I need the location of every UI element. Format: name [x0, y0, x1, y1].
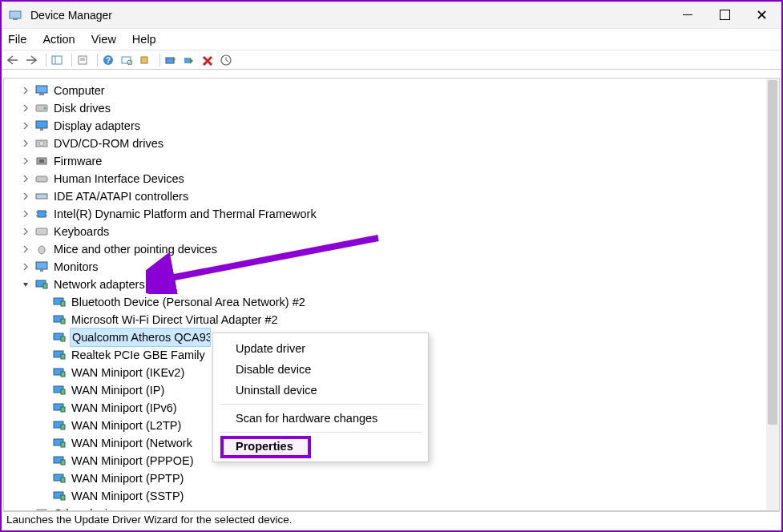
chevron-right-icon[interactable]	[20, 138, 31, 149]
tree-row[interactable]: Keyboards	[10, 223, 779, 240]
disk-icon	[34, 102, 49, 115]
chevron-right-icon[interactable]	[20, 226, 31, 237]
tree-row-label: WAN Miniport (IP)	[71, 381, 164, 399]
back-button[interactable]	[5, 53, 21, 67]
svg-rect-20	[40, 128, 43, 131]
tree-row[interactable]: Bluetooth Device (Personal Area Network)…	[10, 293, 779, 311]
net-icon	[34, 278, 49, 291]
context-menu-item[interactable]: Update driver	[213, 338, 428, 359]
chevron-right-icon[interactable]	[20, 261, 31, 272]
toolbar-sep	[67, 54, 72, 66]
chevron-right-icon[interactable]	[20, 244, 31, 255]
tree-row[interactable]: WAN Miniport (PPTP)	[10, 470, 779, 487]
mouse-icon	[34, 243, 49, 256]
minimize-button[interactable]	[669, 2, 706, 29]
chevron-right-icon[interactable]	[20, 508, 31, 510]
chevron-right-icon[interactable]	[20, 191, 31, 202]
net-icon	[52, 366, 67, 379]
tree-row[interactable]: Computer	[10, 82, 779, 99]
other-icon: !	[34, 507, 49, 510]
tree-row[interactable]: Monitors	[10, 258, 779, 276]
statusbar: Launches the Update Driver Wizard for th…	[3, 511, 780, 529]
chevron-right-icon[interactable]	[20, 103, 31, 114]
menu-action[interactable]: Action	[42, 33, 75, 46]
svg-rect-62	[37, 510, 46, 510]
update-driver-button[interactable]	[163, 53, 179, 67]
maximize-button[interactable]	[706, 2, 743, 29]
svg-rect-12	[166, 58, 174, 63]
tree-row-label: WAN Miniport (PPTP)	[71, 470, 184, 487]
net-icon	[52, 454, 67, 467]
hid-icon	[34, 172, 49, 185]
help-button[interactable]: ?	[100, 53, 116, 67]
scan-button[interactable]	[218, 53, 234, 67]
tree-row[interactable]: IDE ATA/ATAPI controllers	[10, 187, 779, 205]
display-icon	[34, 119, 49, 132]
scrollbar-thumb[interactable]	[768, 80, 777, 425]
svg-point-33	[38, 246, 45, 254]
menu-view[interactable]: View	[91, 33, 116, 46]
tree-row[interactable]: WAN Miniport (SSTP)	[10, 487, 779, 505]
chevron-down-icon[interactable]	[20, 279, 31, 290]
disable-device-button[interactable]	[181, 53, 197, 67]
svg-rect-11	[141, 57, 147, 63]
tree-row[interactable]: Display adapters	[10, 117, 779, 135]
context-menu-item[interactable]: Scan for hardware changes	[213, 408, 428, 429]
window-title: Device Manager	[30, 9, 669, 22]
chevron-right-icon[interactable]	[20, 120, 31, 131]
tree-row-label: Qualcomm Atheros QCA9377 Wireless Networ…	[70, 328, 211, 347]
context-menu-separator	[220, 432, 422, 433]
add-legacy-button[interactable]	[137, 53, 153, 67]
tree-row-label: WAN Miniport (SSTP)	[71, 487, 184, 505]
chevron-right-icon[interactable]	[20, 85, 31, 96]
tree-row[interactable]: Firmware	[10, 152, 779, 170]
context-menu-item[interactable]: Properties	[213, 436, 428, 457]
tree-row[interactable]: Network adapters	[10, 276, 779, 293]
chevron-right-icon[interactable]	[20, 173, 31, 184]
toolbar-sep	[42, 54, 46, 66]
menu-help[interactable]: Help	[132, 33, 156, 46]
svg-rect-34	[36, 262, 47, 269]
svg-rect-1	[13, 18, 18, 20]
tree-row[interactable]: Human Interface Devices	[10, 170, 779, 187]
computer-icon	[34, 84, 49, 97]
svg-rect-24	[39, 159, 44, 163]
tree-row[interactable]: Microsoft Wi-Fi Direct Virtual Adapter #…	[10, 311, 779, 328]
chip-icon	[34, 208, 49, 220]
tree-row-label: WAN Miniport (IPv6)	[71, 399, 177, 417]
context-menu-item[interactable]: Disable device	[213, 359, 428, 380]
svg-point-18	[44, 107, 46, 110]
toolbar-sep	[155, 54, 160, 66]
tree-row-label: Disk drives	[54, 99, 111, 117]
app-icon	[8, 8, 22, 22]
context-menu-item[interactable]: Uninstall device	[213, 380, 428, 401]
show-hide-console-button[interactable]	[49, 53, 65, 67]
close-button[interactable]: ✕	[743, 2, 780, 29]
svg-rect-43	[61, 337, 65, 341]
vertical-scrollbar[interactable]	[766, 79, 779, 510]
tree-row-label: Monitors	[54, 258, 99, 276]
tree-row-label: WAN Miniport (IKEv2)	[71, 364, 184, 381]
tree-row-label: WAN Miniport (Network	[71, 434, 192, 452]
chevron-right-icon[interactable]	[20, 155, 31, 167]
svg-rect-47	[61, 372, 65, 377]
tree-row-label: Keyboards	[54, 223, 109, 240]
tree-row[interactable]: Intel(R) Dynamic Platform and Thermal Fr…	[10, 205, 779, 223]
tree-row-label: WAN Miniport (PPPOE)	[71, 452, 194, 470]
ide-icon	[34, 190, 49, 203]
scan-hardware-button[interactable]	[119, 53, 135, 67]
context-menu[interactable]: Update driverDisable deviceUninstall dev…	[212, 332, 429, 462]
uninstall-device-button[interactable]	[200, 53, 216, 67]
tree-row[interactable]: Mice and other pointing devices	[10, 240, 779, 258]
tree-row[interactable]: Disk drives	[10, 99, 779, 117]
properties-button[interactable]	[75, 53, 91, 67]
menu-file[interactable]: File	[8, 33, 26, 46]
tree-row[interactable]: !Other devices	[10, 505, 779, 510]
dvd-icon	[34, 137, 49, 150]
chevron-right-icon[interactable]	[20, 208, 31, 220]
forward-button[interactable]	[23, 53, 39, 67]
svg-rect-25	[36, 176, 47, 182]
tree-row-label: Network adapters	[54, 276, 145, 293]
tree-row[interactable]: DVD/CD-ROM drives	[10, 135, 779, 152]
tree-row-label: IDE ATA/ATAPI controllers	[54, 187, 188, 205]
